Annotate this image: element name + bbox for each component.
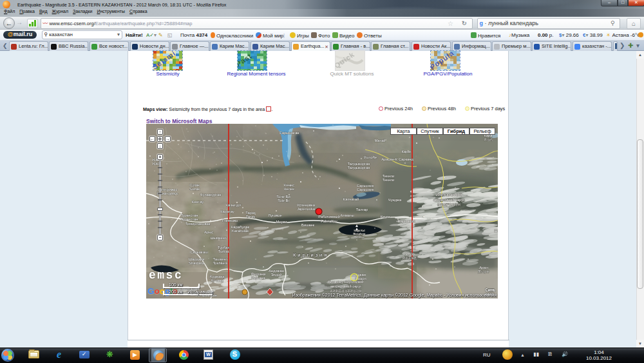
svg-text:Или-Казахский: Или-Казахский — [436, 193, 462, 197]
svg-text:阿克苏地区: 阿克苏地区 — [402, 256, 417, 260]
svg-text:Reserve: Reserve — [354, 235, 365, 239]
svg-text:Алматы: Алматы — [340, 213, 354, 217]
svg-text:Бишкек: Бишкек — [301, 223, 315, 227]
svg-text:Капчагай: Капчагай — [343, 197, 359, 201]
svg-text:Turbat: Turbat — [218, 250, 229, 253]
svg-text:Элдой: Элдой — [270, 273, 281, 277]
svg-text:Арал: Арал — [479, 266, 488, 270]
svg-text:Кызылсу-Киргизский: Кызылсу-Киргизский — [328, 280, 363, 284]
svg-text:Талдыкорган: Талдыкорган — [348, 166, 370, 170]
svg-text:Келек: Келек — [284, 187, 294, 191]
svg-text:Казыгурт: Казыгурт — [226, 203, 242, 207]
svg-text:Tole Bi: Tole Bi — [278, 199, 289, 202]
svg-text:Suzak: Suzak — [189, 187, 200, 191]
svg-text:Хучанд: Хучанд — [211, 279, 223, 282]
svg-text:Киргизия: Киргизия — [293, 252, 328, 258]
svg-text:автономный округ: автономный округ — [433, 198, 465, 202]
svg-text:Кара: Кара — [484, 133, 493, 137]
svg-text:Аксу: Аксу — [406, 251, 413, 255]
svg-text:Жанатурмус: Жанатурмус — [156, 191, 178, 195]
svg-text:Нарынкол: Нарынкол — [397, 219, 415, 223]
svg-text:Кеген: Кеген — [380, 215, 390, 219]
svg-text:阿拉尔市: 阿拉尔市 — [478, 270, 490, 273]
svg-text:автономный округ: автономный округ — [330, 284, 362, 288]
svg-text:Истаравшан: Истаравшан — [195, 293, 216, 297]
svg-text:Мерки: Мерки — [276, 220, 287, 224]
svg-text:Арасан-К.Сарканд: Арасан-К.Сарканд — [381, 157, 413, 161]
svg-text:Fabrichny: Fabrichny — [321, 219, 337, 223]
svg-text:克孜勒苏柯尔克孜自治州: 克孜勒苏柯尔克孜自治州 — [330, 289, 362, 293]
svg-text:Karabulak: Karabulak — [232, 229, 249, 233]
svg-text:Текели: Текели — [383, 178, 395, 182]
svg-text:Чунджа: Чунджа — [388, 198, 402, 202]
svg-text:Кентау: Кентау — [192, 200, 204, 204]
svg-text:Сарыагаш: Сарыагаш — [190, 250, 208, 254]
svg-text:Шымкент: Шымкент — [210, 236, 226, 240]
svg-text:Кергана: Кергана — [251, 276, 265, 280]
svg-text:Рабочинный: Рабочинный — [318, 215, 339, 219]
svg-text:Уштобе: Уштобе — [364, 155, 377, 159]
svg-text:Туркестан: Туркестан — [180, 217, 198, 221]
svg-text:Каратау: Каратау — [220, 210, 234, 213]
svg-text:авто: авто — [485, 292, 495, 297]
svg-text:Талгар: Талгар — [356, 208, 368, 211]
svg-text:Сарышаган: Сарышаган — [279, 131, 299, 135]
svg-text:克拉玛: 克拉玛 — [484, 137, 493, 141]
svg-text:Синь: Синь — [485, 288, 496, 292]
svg-text:Toshkent: Toshkent — [213, 261, 228, 265]
svg-text:Japenovka: Japenovka — [297, 207, 316, 211]
svg-text:Гленково: Гленково — [222, 219, 238, 222]
svg-text:Матай: Матай — [374, 139, 385, 142]
svg-text:Сарыозек: Сарыозек — [357, 188, 374, 191]
svg-text:Shardara: Shardara — [189, 261, 205, 265]
svg-text:Ш: Ш — [494, 229, 497, 233]
svg-text:Чулаккурган: Чулаккурган — [200, 193, 222, 197]
svg-text:伊犁哈萨克自治州: 伊犁哈萨克自治州 — [437, 203, 460, 206]
svg-text:Луговое: Луговое — [268, 213, 281, 217]
svg-text:Темирлановка: Темирлановка — [185, 222, 211, 226]
svg-text:ЮКР: ЮКР — [153, 162, 161, 166]
svg-text:Караг: Караг — [401, 150, 411, 153]
svg-text:Taras: Taras — [246, 215, 255, 219]
svg-text:Арыс: Арыс — [204, 230, 213, 234]
